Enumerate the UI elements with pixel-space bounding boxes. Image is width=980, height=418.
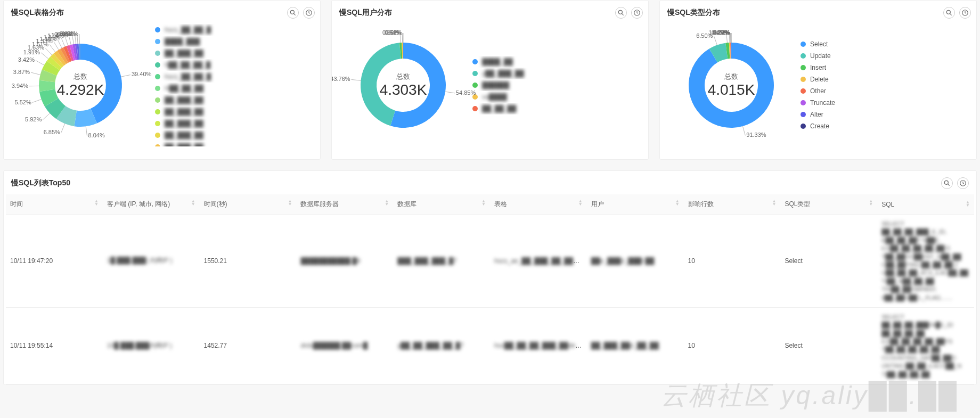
column-label: 时间(秒): [204, 200, 227, 208]
legend-dot: [155, 27, 160, 32]
column-header[interactable]: 表格▲▼: [490, 194, 587, 215]
svg-line-18: [69, 36, 71, 45]
table-row[interactable]: 10/11 19:55:1410█.███.███内网IP )1452.77dr…: [6, 307, 974, 384]
legend-dot: [801, 77, 806, 82]
legend-item[interactable]: ██_██_██: [472, 103, 643, 114]
legend-item[interactable]: va████: [472, 91, 643, 103]
table-cell: 1452.77: [200, 307, 297, 384]
chart-legend: hscs_██_██_█████_█████_███_██h██_██_██_█…: [150, 24, 315, 146]
chart-title: 慢SQL类型分布: [667, 8, 720, 18]
sort-icon[interactable]: ▲▼: [772, 200, 776, 206]
legend-item[interactable]: Other: [801, 85, 971, 97]
legend-item[interactable]: ██_███_██: [155, 47, 315, 59]
column-header[interactable]: 用户▲▼: [587, 194, 684, 215]
legend-label: Alter: [810, 111, 823, 118]
legend-dot: [155, 62, 160, 68]
table-cell: 10: [684, 215, 781, 308]
sort-icon[interactable]: ▲▼: [578, 200, 583, 206]
legend-dot: [155, 144, 160, 146]
legend-label: y██_███_██: [482, 70, 524, 77]
table-cell: Select: [780, 215, 877, 308]
clock-icon[interactable]: [631, 7, 643, 19]
sort-icon[interactable]: ▲▼: [966, 201, 970, 207]
table-cell: 1550.21: [200, 215, 297, 308]
legend-item[interactable]: h██_██_██_█: [155, 59, 315, 71]
zoom-icon[interactable]: [287, 7, 299, 19]
legend-item[interactable]: hscs_██_██_█: [155, 71, 315, 83]
table-cell: 10/11 19:55:14: [6, 307, 103, 384]
table-cell: drds██████.██com█: [296, 307, 393, 384]
table-cell: ██e_███d_███t ██: [587, 215, 684, 308]
zoom-icon[interactable]: [941, 177, 953, 189]
legend-label: Create: [810, 122, 829, 130]
legend-label: ████_███: [165, 38, 200, 45]
svg-line-11: [41, 53, 48, 59]
legend-label: H██_██_██: [165, 85, 203, 92]
svg-line-24: [622, 13, 623, 15]
clock-icon[interactable]: [957, 177, 969, 189]
column-header[interactable]: 数据库▲▼: [393, 194, 490, 215]
column-header[interactable]: 时间▲▼: [6, 194, 103, 215]
legend-item[interactable]: ██████: [472, 79, 643, 91]
legend-item[interactable]: Insert: [801, 62, 971, 73]
column-label: 客户端 (IP, 城市, 网络): [107, 200, 170, 208]
legend-item[interactable]: ██_███_██: [155, 106, 315, 118]
sort-icon[interactable]: ▲▼: [869, 200, 873, 206]
legend-dot: [801, 124, 806, 129]
svg-line-28: [400, 33, 401, 43]
legend-dot: [155, 121, 160, 126]
sort-icon[interactable]: ▲▼: [481, 200, 486, 206]
legend-item[interactable]: Create: [801, 120, 971, 132]
sort-icon[interactable]: ▲▼: [191, 200, 195, 206]
legend-item[interactable]: Delete: [801, 73, 971, 85]
donut-chart: 总数4.015K91.33%6.50%1.30%0.47%0.27%0.07%0…: [667, 21, 795, 149]
svg-line-19: [72, 35, 74, 44]
legend-item[interactable]: Truncate: [801, 97, 971, 109]
legend-dot: [472, 71, 478, 76]
column-label: SQL: [881, 201, 894, 208]
legend-item[interactable]: hscs_██_██_█: [155, 24, 315, 36]
legend-label: va████: [482, 93, 507, 101]
legend-item[interactable]: Update: [801, 50, 971, 62]
legend-item[interactable]: ██_███_██: [155, 94, 315, 106]
legend-item[interactable]: ████_███: [155, 36, 315, 47]
svg-point-0: [290, 10, 294, 14]
legend-item[interactable]: Alter: [801, 109, 971, 120]
table-cell: 1█.███.███( 内网IP ): [103, 215, 200, 308]
legend-item[interactable]: y██_███_██: [472, 68, 643, 79]
legend-item[interactable]: Select: [801, 38, 971, 50]
table-cell: hsc██_██_██_███_██des_pu██_██_██_███_██: [490, 307, 587, 384]
legend-item[interactable]: H██_██_██: [155, 83, 315, 94]
zoom-icon[interactable]: [943, 7, 955, 19]
table-cell: SELECT ██_██_██_███FA█E_ID ██_██_██_██ t…: [877, 307, 974, 384]
legend-dot: [801, 42, 806, 47]
table-cell: Select: [780, 307, 877, 384]
legend-item[interactable]: ██_███_██: [155, 118, 315, 129]
legend-dot: [155, 51, 160, 56]
column-header[interactable]: SQL类型▲▼: [780, 194, 877, 215]
zoom-icon[interactable]: [615, 7, 627, 19]
column-header[interactable]: 客户端 (IP, 城市, 网络)▲▼: [103, 194, 200, 215]
svg-line-7: [32, 99, 42, 102]
column-header[interactable]: 数据库服务器▲▼: [296, 194, 393, 215]
sort-icon[interactable]: ▲▼: [288, 200, 292, 206]
legend-dot: [155, 109, 160, 114]
legend-item[interactable]: ████_██: [472, 56, 643, 68]
legend-label: ██_███_██: [165, 132, 203, 139]
legend-item[interactable]: ██_███_██: [155, 141, 315, 146]
legend-label: ██_███_██: [165, 120, 203, 127]
table-row[interactable]: 10/11 19:47:201█.███.███( 内网IP )1550.21█…: [6, 215, 974, 308]
legend-dot: [155, 133, 160, 138]
column-label: 表格: [494, 200, 507, 208]
column-header[interactable]: 影响行数▲▼: [684, 194, 781, 215]
column-header[interactable]: 时间(秒)▲▼: [200, 194, 297, 215]
sort-icon[interactable]: ▲▼: [385, 200, 389, 206]
sort-icon[interactable]: ▲▼: [675, 200, 680, 206]
clock-icon[interactable]: [303, 7, 315, 19]
clock-icon[interactable]: [959, 7, 971, 19]
table-cell: 10/11 19:47:20: [6, 215, 103, 308]
column-header[interactable]: SQL▲▼: [877, 194, 974, 215]
sort-icon[interactable]: ▲▼: [94, 200, 99, 206]
svg-line-20: [75, 35, 76, 44]
legend-item[interactable]: ██_███_██: [155, 129, 315, 141]
